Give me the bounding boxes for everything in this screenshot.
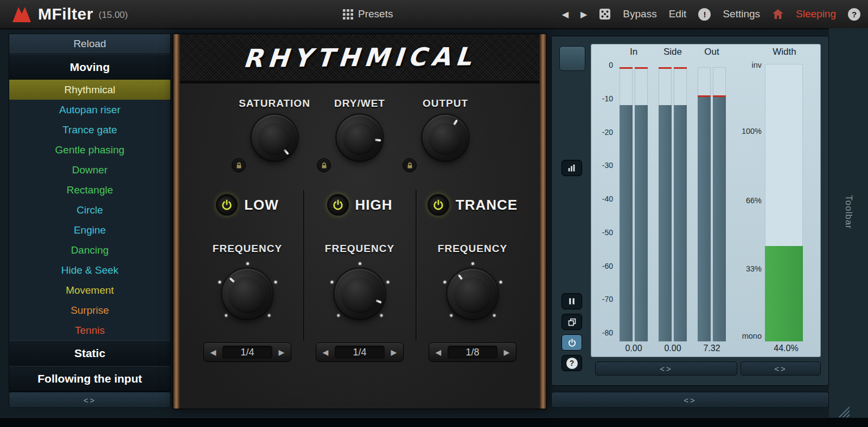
width-scale-label: 33% [728, 264, 762, 273]
preset-browser: Reload Moving Rhythmical Autopan riser T… [9, 34, 171, 392]
meter-bar-side-right [674, 67, 687, 341]
presets-button[interactable]: Presets [343, 8, 393, 20]
saturation-label: SATURATION [239, 98, 310, 109]
high-frequency-stepper[interactable]: ◀ 1/4 ▶ [316, 342, 404, 362]
high-frequency-knob[interactable] [335, 269, 385, 319]
out-value-readout: 7.32 [703, 344, 720, 353]
output-knob-group: OUTPUT [399, 98, 492, 160]
preset-item-gentle-phasing[interactable]: Gentle phasing [9, 140, 170, 160]
plugin-window: MFilter (15.00) Presets ◀ ▶ [0, 0, 868, 427]
preset-item-rectangle[interactable]: Rectangle [9, 180, 170, 200]
stepper-value[interactable]: 1/8 [448, 346, 497, 359]
help-button[interactable]: ? [848, 8, 860, 21]
saturation-knob[interactable] [252, 115, 297, 160]
sidebar-scrollbar[interactable]: <> [9, 392, 171, 408]
band-row: LOW [216, 194, 279, 216]
meters-scrollbar[interactable]: <> [595, 361, 737, 376]
section-header-static[interactable]: Static [9, 340, 170, 366]
filter-column-low: LOW FREQUENCY [193, 194, 302, 362]
column-divider [303, 190, 304, 341]
preset-item-tennis[interactable]: Tennis [9, 320, 170, 340]
high-power-button[interactable] [327, 194, 349, 216]
grill-header: RHYTHMICAL [180, 34, 539, 83]
stepper-next-icon[interactable]: ▶ [497, 348, 516, 357]
low-frequency-knob[interactable] [222, 269, 272, 319]
home-icon [772, 9, 784, 20]
preset-title: RHYTHMICAL [242, 42, 477, 73]
undo-button[interactable]: ◀ [562, 9, 569, 20]
meter-help-button[interactable]: ? [561, 355, 582, 371]
preset-item-autopan-riser[interactable]: Autopan riser [9, 100, 170, 120]
trance-band-label: TRANCE [456, 197, 518, 214]
band-row: HIGH [327, 194, 393, 216]
drywet-knob[interactable] [337, 115, 382, 160]
preset-item-rhythmical[interactable]: Rhythmical [9, 80, 170, 100]
meter-mode-button[interactable] [561, 160, 582, 176]
stepper-next-icon[interactable]: ▶ [385, 348, 403, 357]
power-icon [332, 199, 344, 211]
overlapping-windows-icon [567, 318, 577, 327]
settings-button[interactable]: Settings [723, 8, 760, 20]
stepper-value[interactable]: 1/4 [222, 346, 272, 359]
help-icon: ? [848, 8, 860, 21]
wood-trim-right [539, 34, 546, 409]
window-bottom-edge [0, 417, 868, 427]
low-frequency-stepper[interactable]: ◀ 1/4 ▶ [203, 342, 291, 362]
stepper-value[interactable]: 1/4 [335, 346, 385, 359]
preset-item-hide-and-seek[interactable]: Hide & Seek [9, 260, 170, 280]
stepper-prev-icon[interactable]: ◀ [429, 348, 448, 357]
bypass-label: Bypass [623, 8, 656, 20]
preset-item-downer[interactable]: Downer [9, 160, 170, 180]
preset-item-surprise[interactable]: Surprise [9, 300, 170, 320]
preset-item-trance-gate[interactable]: Trance gate [9, 120, 170, 140]
meter-power-button[interactable] [561, 334, 582, 351]
db-scale-label: -60 [591, 262, 613, 270]
knob-pointer [360, 137, 381, 141]
preset-item-engine[interactable]: Engine [9, 220, 170, 240]
notifications-button[interactable]: ! [698, 8, 711, 21]
reload-button[interactable]: Reload [9, 34, 170, 54]
preset-item-dancing[interactable]: Dancing [9, 240, 170, 260]
section-header-following-the-input[interactable]: Following the input [9, 366, 170, 391]
low-power-button[interactable] [216, 194, 238, 216]
melda-logo-icon[interactable] [11, 5, 33, 23]
bypass-button[interactable]: Bypass [623, 8, 656, 20]
meter-vertical-scrollbar[interactable] [559, 46, 585, 71]
lock-icon[interactable] [403, 158, 417, 172]
collapsed-toolbar[interactable]: Toolbar [829, 28, 868, 417]
stepper-prev-icon[interactable]: ◀ [204, 348, 222, 357]
trance-power-button[interactable] [427, 194, 449, 216]
meter-pause-button[interactable] [561, 293, 582, 309]
presets-label: Presets [358, 8, 393, 20]
edit-button[interactable]: Edit [669, 8, 687, 20]
trance-frequency-knob-wrap [448, 269, 497, 319]
preset-item-circle[interactable]: Circle [9, 200, 170, 220]
low-frequency-knob-wrap [222, 269, 272, 319]
lock-icon[interactable] [232, 158, 246, 172]
column-divider [416, 190, 417, 341]
lock-icon[interactable] [317, 158, 331, 172]
meter-panel-bottom-scrollbar[interactable]: <> [551, 392, 829, 408]
trance-frequency-stepper[interactable]: ◀ 1/8 ▶ [429, 342, 516, 362]
back-arrow-icon: ◀ [562, 9, 569, 20]
db-scale-label: -20 [591, 128, 613, 137]
width-scrollbar[interactable]: <> [741, 361, 821, 376]
sleeping-button[interactable]: Sleeping [796, 8, 836, 20]
stepper-next-icon[interactable]: ▶ [272, 348, 291, 357]
preset-item-movement[interactable]: Movement [9, 280, 170, 300]
trance-frequency-label: FREQUENCY [438, 243, 507, 255]
band-row: TRANCE [427, 194, 518, 216]
randomize-button[interactable] [599, 8, 611, 20]
help-icon: ? [566, 358, 578, 369]
db-scale-label: -80 [591, 328, 613, 337]
redo-button[interactable]: ▶ [580, 9, 587, 20]
meter-popup-button[interactable] [561, 314, 582, 330]
home-button[interactable] [772, 9, 784, 20]
trance-frequency-knob[interactable] [448, 269, 497, 319]
section-header-moving[interactable]: Moving [9, 54, 170, 80]
output-knob[interactable] [423, 115, 468, 160]
stepper-prev-icon[interactable]: ◀ [316, 348, 335, 357]
meter-column-label-in: In [630, 47, 637, 57]
knob-pointer [229, 277, 248, 295]
meter-panel: ? In Side Out Width 0 -10 -20 -30 -40 -5… [551, 36, 829, 386]
